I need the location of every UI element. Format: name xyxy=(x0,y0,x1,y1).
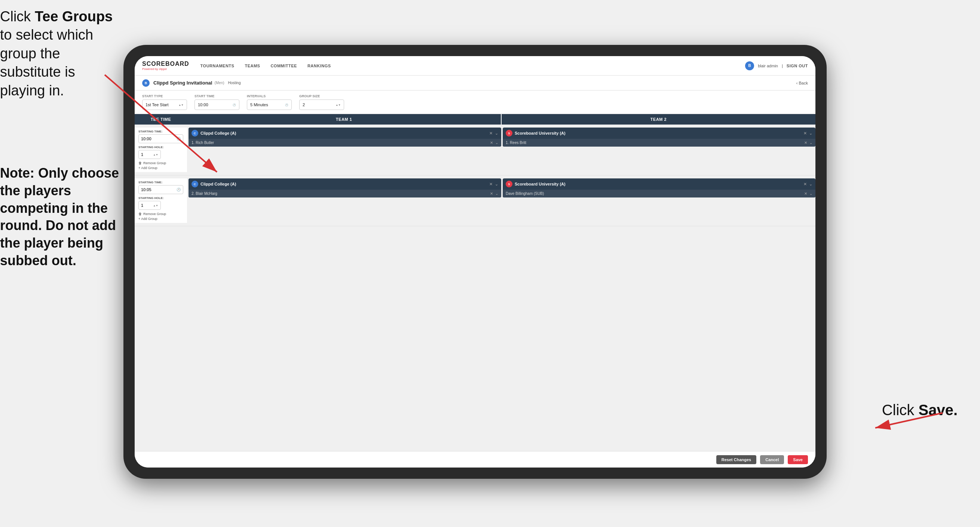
group1-add-label: + Add Group xyxy=(138,166,158,170)
start-time-group: Start Time 10:00 🕐 xyxy=(194,94,239,110)
start-type-group: Start Type 1st Tee Start ▲▼ xyxy=(142,94,187,110)
nav-committee[interactable]: COMMITTEE xyxy=(270,62,297,70)
group2-team2-expand-icon[interactable]: ⌄ xyxy=(809,182,813,187)
main-content: STARTING TIME: 10:00 🕐 STARTING HOLE: 1 … xyxy=(135,124,815,451)
group2-remove-button[interactable]: 🗑 Remove Group xyxy=(138,212,183,216)
group2-team1-player1-reorder[interactable]: ⌄ xyxy=(495,191,498,196)
group2-team1-logo: C xyxy=(191,181,198,187)
group-size-label: Group Size xyxy=(299,94,344,98)
group2-team2-player1-reorder[interactable]: ⌄ xyxy=(810,191,813,196)
intervals-spinner[interactable]: 🕐 xyxy=(285,103,288,106)
group1-time-value: 10:00 xyxy=(141,137,151,141)
group1-team2-remove-icon[interactable]: ✕ xyxy=(803,131,807,136)
group1-team1-remove-icon[interactable]: ✕ xyxy=(489,131,493,136)
group2-remove-label: Remove Group xyxy=(143,212,166,216)
group2-team1-player1-row: 2. Blair McHarg ✕ ⌄ xyxy=(189,189,501,197)
column-headers: Tee Time Team 1 Team 2 xyxy=(135,114,815,124)
group1-hole-spinner[interactable]: ▲▼ xyxy=(153,153,158,156)
group-row-2: STARTING TIME: 10:05 🕐 STARTING HOLE: 1 … xyxy=(135,175,815,226)
group1-team1-player1-remove[interactable]: ✕ xyxy=(490,141,493,145)
instruction-line2: to select which group the substitute is … xyxy=(0,27,93,98)
group2-team1-expand-icon[interactable]: ⌄ xyxy=(495,182,498,187)
group2-hole-label: STARTING HOLE: xyxy=(138,196,183,200)
group1-team1-logo: C xyxy=(191,130,198,137)
sub-header: B Clippd Spring Invitational (Men) Hosti… xyxy=(135,76,815,91)
group-size-value: 2 xyxy=(302,102,305,107)
start-time-value: 10:00 xyxy=(198,102,208,107)
group-size-input[interactable]: 2 ▲▼ xyxy=(299,99,344,110)
group1-team2-player1-remove[interactable]: ✕ xyxy=(804,141,807,145)
start-time-input[interactable]: 10:00 🕐 xyxy=(194,99,239,110)
hosting-badge: Hosting xyxy=(228,81,241,85)
group1-left-panel: STARTING TIME: 10:00 🕐 STARTING HOLE: 1 … xyxy=(135,127,187,172)
note-text: Note: Only choose the players competing … xyxy=(0,165,120,270)
reset-changes-button[interactable]: Reset Changes xyxy=(716,455,756,464)
group2-team1-player1-name: 2. Blair McHarg xyxy=(191,191,488,196)
group2-team1-card: C Clippd College (A) ✕ ⌄ 2. Blair McHarg… xyxy=(189,178,501,197)
group1-team2-card: S Scoreboard University (A) ✕ ⌄ 1. Rees … xyxy=(503,127,815,146)
nav-signout[interactable]: Sign out xyxy=(787,62,808,70)
tablet-screen: SCOREBOARD Powered by clippd TOURNAMENTS… xyxy=(135,56,815,468)
start-type-input[interactable]: 1st Tee Start ▲▼ xyxy=(142,99,187,110)
footer: Reset Changes Cancel Save xyxy=(135,451,815,468)
instruction-text: Click Tee Groups to select which group t… xyxy=(0,8,120,100)
save-button[interactable]: Save xyxy=(788,455,808,464)
nav-rankings[interactable]: RANKINGS xyxy=(307,62,331,70)
group1-team1-player1-reorder[interactable]: ⌄ xyxy=(495,141,498,145)
group1-add-button[interactable]: + Add Group xyxy=(138,166,183,170)
team1-header: Team 1 xyxy=(187,114,501,124)
note-bold: Only choose the players competing in the… xyxy=(0,165,119,268)
group1-remove-button[interactable]: 🗑 Remove Group xyxy=(138,161,183,165)
navbar: SCOREBOARD Powered by clippd TOURNAMENTS… xyxy=(135,56,815,76)
nav-right: B blair admin | Sign out xyxy=(745,61,808,70)
tablet-device: SCOREBOARD Powered by clippd TOURNAMENTS… xyxy=(123,45,827,479)
group1-team2-header: S Scoreboard University (A) ✕ ⌄ xyxy=(503,127,815,139)
tee-time-header-spacer: Tee Time xyxy=(135,114,187,124)
group1-team2-player1-reorder[interactable]: ⌄ xyxy=(810,141,813,145)
group1-time-input[interactable]: 10:00 🕐 xyxy=(138,134,183,143)
group2-add-label: + Add Group xyxy=(138,217,158,221)
group1-hole-input[interactable]: 1 ▲▼ xyxy=(138,150,161,159)
group2-team2-header: S Scoreboard University (A) ✕ ⌄ xyxy=(503,178,815,189)
group1-team1-player1-name: 1. Rich Butler xyxy=(191,141,488,145)
nav-admin-name: blair admin xyxy=(758,64,778,68)
start-type-spinner[interactable]: ▲▼ xyxy=(178,103,184,106)
group2-team1-name: Clippd College (A) xyxy=(200,182,487,186)
group2-team2-remove-icon[interactable]: ✕ xyxy=(803,182,807,187)
trash-icon-2: 🗑 xyxy=(138,212,142,216)
click-save-instruction: Click Save. xyxy=(882,402,958,419)
group2-team-panels: C Clippd College (A) ✕ ⌄ 2. Blair McHarg… xyxy=(189,178,815,223)
group2-team2-panel: S Scoreboard University (A) ✕ ⌄ Dave Bil… xyxy=(503,178,815,223)
intervals-group: Intervals 5 Minutes 🕐 xyxy=(247,94,292,110)
cancel-button[interactable]: Cancel xyxy=(760,455,784,464)
group1-team2-player1-row: 1. Rees Britt ✕ ⌄ xyxy=(503,139,815,146)
group2-hole-spinner[interactable]: ▲▼ xyxy=(153,204,158,207)
group2-hole-input[interactable]: 1 ▲▼ xyxy=(138,201,161,210)
group1-remove-label: Remove Group xyxy=(143,161,166,165)
tournament-name: Clippd Spring Invitational xyxy=(153,80,212,86)
start-time-spinner[interactable]: 🕐 xyxy=(233,103,236,106)
logo-main-text: SCOREBOARD xyxy=(142,61,189,67)
group-size-spinner[interactable]: ▲▼ xyxy=(336,103,341,106)
start-time-label: Start Time xyxy=(194,94,239,98)
group1-team2-expand-icon[interactable]: ⌄ xyxy=(809,131,813,136)
group-row-1: STARTING TIME: 10:00 🕐 STARTING HOLE: 1 … xyxy=(135,124,815,175)
group1-team1-header: C Clippd College (A) ✕ ⌄ xyxy=(189,127,501,139)
back-link[interactable]: ‹ Back xyxy=(796,81,808,85)
intervals-input[interactable]: 5 Minutes 🕐 xyxy=(247,99,292,110)
tee-time-header: Tee Time xyxy=(135,114,187,124)
group2-team2-logo: S xyxy=(506,181,512,187)
nav-teams[interactable]: TEAMS xyxy=(245,62,260,70)
group2-team1-panel: C Clippd College (A) ✕ ⌄ 2. Blair McHarg… xyxy=(189,178,501,223)
group1-team1-expand-icon[interactable]: ⌄ xyxy=(495,131,498,136)
nav-tournaments[interactable]: TOURNAMENTS xyxy=(200,62,234,70)
group2-team2-player1-remove[interactable]: ✕ xyxy=(804,191,807,196)
group1-team1-player1-row: 1. Rich Butler ✕ ⌄ xyxy=(189,139,501,146)
group2-team1-header: C Clippd College (A) ✕ ⌄ xyxy=(189,178,501,189)
group2-time-input[interactable]: 10:05 🕐 xyxy=(138,185,183,194)
group1-team-panels: C Clippd College (A) ✕ ⌄ 1. Rich Butler … xyxy=(189,127,815,172)
group2-team1-player1-remove[interactable]: ✕ xyxy=(490,191,493,196)
group2-add-button[interactable]: + Add Group xyxy=(138,217,183,221)
group1-team2-logo: S xyxy=(506,130,512,137)
group2-team1-remove-icon[interactable]: ✕ xyxy=(489,182,493,187)
